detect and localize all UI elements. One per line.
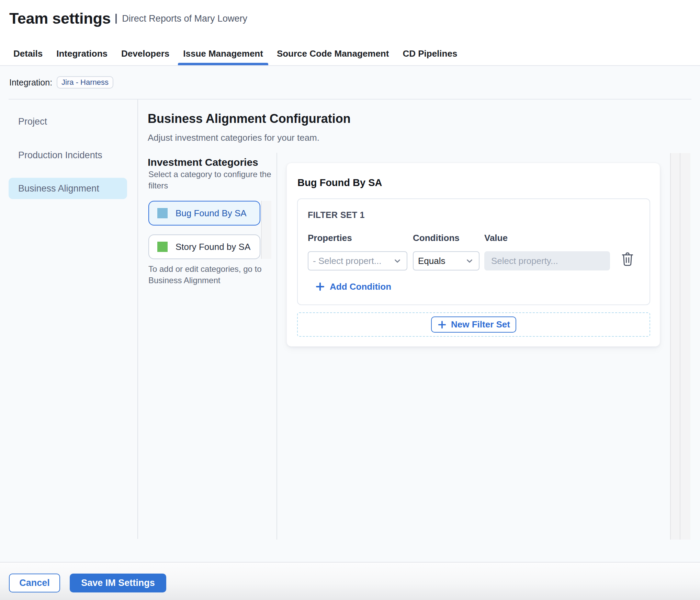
chevron-down-icon — [465, 256, 474, 265]
page-title: Team settings — [9, 10, 111, 27]
property-select[interactable]: - Select propert... — [308, 251, 407, 270]
category-label: Bug Found By SA — [176, 208, 247, 219]
category-scrollbar[interactable] — [261, 201, 271, 259]
content-panel: ProjectProduction IncidentsBusiness Alig… — [9, 99, 691, 539]
category-story-found-by-sa[interactable]: Story Found by SA — [148, 234, 260, 259]
page-header: Team settings Direct Reports of Mary Low… — [0, 0, 700, 66]
integration-row: Integration: Jira - Harness — [9, 66, 113, 99]
category-color-swatch — [157, 242, 168, 252]
categories-description: Select a category to configure the filte… — [148, 169, 279, 191]
condition-select-value: Equals — [418, 256, 445, 266]
scrollbar-track-inner[interactable] — [670, 153, 680, 540]
value-input[interactable]: Select property... — [484, 251, 610, 270]
integration-chip[interactable]: Jira - Harness — [57, 76, 113, 89]
scrollbar-track-outer[interactable] — [680, 153, 690, 540]
section-subtitle: Adjust investment categories for your te… — [148, 133, 319, 142]
category-bug-found-by-sa[interactable]: Bug Found By SA — [148, 201, 260, 226]
tab-integrations[interactable]: Integrations — [51, 39, 113, 65]
category-color-swatch — [157, 208, 168, 218]
column-header-properties: Properties — [308, 233, 352, 242]
condition-select[interactable]: Equals — [413, 251, 479, 270]
tab-issue-management[interactable]: Issue Management — [178, 39, 268, 65]
sidebar-item-production-incidents[interactable]: Production Incidents — [9, 145, 127, 166]
save-im-settings-button[interactable]: Save IM Settings — [70, 574, 166, 592]
property-select-placeholder: - Select propert... — [313, 256, 381, 266]
new-filter-set-button[interactable]: New Filter Set — [431, 316, 516, 333]
new-filter-set-label: New Filter Set — [451, 319, 510, 330]
sidebar-item-project[interactable]: Project — [9, 111, 127, 132]
new-filter-set-zone: New Filter Set — [297, 312, 650, 337]
plus-icon — [315, 281, 325, 292]
filter-card: Bug Found By SA FILTER SET 1 Properties … — [286, 163, 660, 347]
column-divider — [276, 153, 277, 540]
value-input-placeholder: Select property... — [491, 256, 558, 266]
tab-bar: DetailsIntegrationsDevelopersIssue Manag… — [8, 39, 462, 65]
title-separator — [115, 14, 117, 24]
footer-bar: Cancel Save IM Settings — [0, 562, 700, 600]
add-condition-button[interactable]: Add Condition — [315, 279, 391, 295]
plus-icon — [437, 320, 447, 330]
page-subtitle: Direct Reports of Mary Lowery — [122, 10, 247, 27]
settings-sidebar: ProjectProduction IncidentsBusiness Alig… — [9, 100, 138, 539]
title-row: Team settings Direct Reports of Mary Low… — [9, 10, 247, 27]
filter-set: FILTER SET 1 Properties Conditions Value… — [297, 198, 650, 305]
column-header-conditions: Conditions — [413, 233, 460, 242]
tab-details[interactable]: Details — [8, 39, 48, 65]
category-list: Bug Found By SAStory Found by SA — [148, 201, 260, 268]
integration-label: Integration: — [9, 78, 52, 88]
categories-heading: Investment Categories — [148, 157, 258, 168]
tab-cd-pipelines[interactable]: CD Pipelines — [397, 39, 462, 65]
trash-icon — [621, 251, 634, 267]
tab-developers[interactable]: Developers — [116, 39, 174, 65]
delete-condition-button[interactable] — [621, 251, 635, 267]
categories-footnote: To add or edit categories, go to Busines… — [148, 263, 279, 286]
filter-card-title: Bug Found By SA — [297, 178, 382, 188]
column-header-value: Value — [484, 233, 508, 242]
section-title: Business Alignment Configuration — [148, 113, 351, 125]
chevron-down-icon — [393, 256, 402, 265]
sidebar-item-business-alignment[interactable]: Business Alignment — [9, 178, 127, 199]
tab-source-code-management[interactable]: Source Code Management — [272, 39, 394, 65]
add-condition-label: Add Condition — [330, 281, 391, 292]
category-label: Story Found by SA — [176, 242, 250, 252]
filter-set-title: FILTER SET 1 — [308, 211, 365, 219]
cancel-button[interactable]: Cancel — [9, 574, 60, 592]
